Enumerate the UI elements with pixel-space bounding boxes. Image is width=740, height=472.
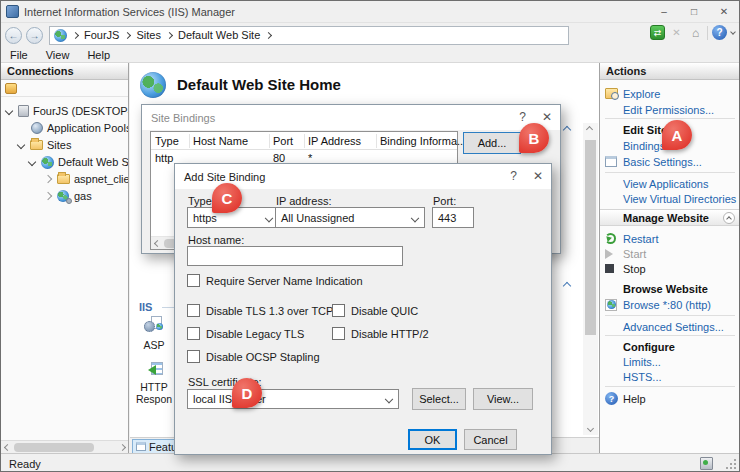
tree-label-default-web-site[interactable]: Default Web Site (58, 156, 129, 168)
disable-ocsp-checkbox[interactable] (187, 350, 200, 363)
host-name-input[interactable] (187, 246, 403, 266)
tree-item-sites[interactable]: Sites (18, 137, 71, 153)
col-host-name[interactable]: Host Name (193, 135, 248, 147)
save-connections-icon[interactable] (5, 83, 17, 94)
action-stop-label[interactable]: Stop (623, 263, 646, 275)
disable-ocsp-label[interactable]: Disable OCSP Stapling (206, 351, 320, 363)
asp-feature-icon[interactable] (144, 316, 162, 332)
action-basic-settings-label[interactable]: Basic Settings... (623, 156, 702, 168)
tree-label-application-pools[interactable]: Application Pools (47, 122, 129, 134)
dialog-close-icon[interactable]: ✕ (533, 169, 543, 183)
http-response-label-line1[interactable]: HTTP (132, 381, 176, 393)
disable-legacy-tls-checkbox[interactable] (187, 327, 200, 340)
action-stop[interactable]: Stop (600, 261, 740, 276)
scrollbar-thumb[interactable] (585, 140, 596, 335)
expander-closed-icon[interactable] (44, 175, 52, 183)
action-view-virtual-directories[interactable]: View Virtual Directories (600, 191, 740, 206)
expander-closed-icon[interactable] (44, 192, 52, 200)
require-sni-label[interactable]: Require Server Name Indication (206, 275, 363, 287)
group-collapse-icon[interactable] (563, 282, 571, 290)
action-limits[interactable]: Limits... (600, 354, 740, 369)
disable-quic-label[interactable]: Disable QUIC (351, 305, 418, 317)
action-hsts[interactable]: HSTS... (600, 369, 740, 384)
close-button[interactable]: ✕ (709, 1, 739, 22)
action-help-label[interactable]: Help (623, 393, 646, 405)
action-browse-80-label[interactable]: Browse *:80 (http) (623, 299, 711, 311)
action-restart-label[interactable]: Restart (623, 233, 658, 245)
connections-horizontal-scrollbar[interactable] (1, 440, 129, 453)
toolbar-help-dropdown-icon[interactable] (730, 29, 736, 35)
tree-item-aspnet-client[interactable]: aspnet_client (45, 171, 129, 187)
tree-label-gas[interactable]: gas (74, 190, 92, 202)
main-vertical-scrollbar[interactable] (583, 123, 598, 435)
port-input[interactable]: 443 (432, 207, 474, 228)
action-limits-label[interactable]: Limits... (623, 356, 661, 368)
col-port[interactable]: Port (273, 135, 293, 147)
tree-item-application-pools[interactable]: Application Pools (31, 120, 129, 136)
scroll-up-icon[interactable] (586, 126, 593, 133)
group-collapse-icon[interactable] (563, 126, 571, 134)
toolbar-help-icon[interactable]: ? (712, 25, 727, 40)
disable-legacy-tls-label[interactable]: Disable Legacy TLS (206, 328, 304, 340)
action-advanced-settings[interactable]: Advanced Settings... (600, 319, 740, 334)
forward-icon[interactable]: → (26, 27, 43, 44)
scroll-down-icon[interactable] (587, 425, 594, 432)
action-explore-label[interactable]: Explore (623, 88, 660, 100)
scrollbar-thumb[interactable] (14, 443, 94, 452)
action-hsts-label[interactable]: HSTS... (623, 371, 662, 383)
tree-label-sites[interactable]: Sites (47, 139, 71, 151)
menu-view[interactable]: View (37, 49, 79, 61)
tree-item-server[interactable]: FourJS (DESKTOP-C4BST (6, 103, 129, 119)
toolbar-refresh-icon[interactable]: ⇄ (650, 25, 665, 40)
toolbar-home-icon[interactable]: ⌂ (688, 26, 703, 40)
view-certificate-button[interactable]: View... (473, 388, 533, 410)
action-help[interactable]: ? Help (600, 391, 740, 406)
tree-item-default-web-site[interactable]: Default Web Site (29, 154, 129, 170)
action-view-virtual-directories-label[interactable]: View Virtual Directories (623, 193, 736, 205)
breadcrumb-item-default-web-site[interactable]: Default Web Site (178, 29, 260, 41)
http-response-headers-icon[interactable] (143, 361, 163, 377)
scroll-right-icon[interactable] (119, 444, 126, 451)
add-binding-button[interactable]: Add... (463, 132, 521, 154)
collapse-section-icon[interactable] (723, 212, 735, 224)
maximize-button[interactable]: □ (679, 1, 709, 22)
action-explore[interactable]: Explore (600, 86, 740, 101)
minimize-button[interactable]: – (649, 1, 679, 22)
action-basic-settings[interactable]: Basic Settings... (600, 154, 740, 169)
disable-http2-label[interactable]: Disable HTTP/2 (351, 328, 429, 340)
ssl-certificate-select[interactable]: local IIS server (187, 389, 399, 409)
disable-tls13-checkbox[interactable] (187, 304, 200, 317)
disable-http2-checkbox[interactable] (332, 327, 345, 340)
expander-open-icon[interactable] (17, 141, 25, 149)
asp-feature-label[interactable]: ASP (136, 339, 172, 351)
cancel-button[interactable]: Cancel (464, 429, 517, 450)
ok-button[interactable]: OK (408, 429, 457, 450)
action-view-applications[interactable]: View Applications (600, 176, 740, 191)
tree-label-server[interactable]: FourJS (DESKTOP-C4BST (33, 105, 129, 117)
menu-file[interactable]: File (1, 49, 37, 61)
dialog-help-icon[interactable]: ? (519, 110, 526, 124)
http-response-label-line2[interactable]: Respon (132, 393, 176, 405)
dialog-close-icon[interactable]: ✕ (542, 110, 552, 124)
col-binding-info[interactable]: Binding Informa... (380, 135, 466, 147)
disable-quic-checkbox[interactable] (332, 304, 345, 317)
scroll-left-icon[interactable] (4, 444, 11, 451)
breadcrumb-item-sites[interactable]: Sites (136, 29, 160, 41)
resize-grip[interactable] (725, 459, 736, 470)
action-advanced-settings-label[interactable]: Advanced Settings... (623, 321, 724, 333)
breadcrumb-item-server[interactable]: FourJS (84, 29, 119, 41)
menu-help[interactable]: Help (78, 49, 119, 61)
tree-label-aspnet-client[interactable]: aspnet_client (74, 173, 129, 185)
scroll-left-icon[interactable] (154, 240, 161, 247)
dialog-help-icon[interactable]: ? (510, 169, 517, 183)
col-type[interactable]: Type (155, 135, 179, 147)
col-ip-address[interactable]: IP Address (308, 135, 361, 147)
action-edit-permissions[interactable]: Edit Permissions... (600, 102, 740, 117)
action-browse-80[interactable]: Browse *:80 (http) (600, 297, 740, 312)
ip-address-select[interactable]: All Unassigned (275, 207, 425, 228)
disable-tls13-label[interactable]: Disable TLS 1.3 over TCP (206, 305, 333, 317)
require-sni-checkbox[interactable] (187, 274, 200, 287)
expander-open-icon[interactable] (28, 158, 36, 166)
action-view-applications-label[interactable]: View Applications (623, 178, 708, 190)
expander-open-icon[interactable] (5, 107, 13, 115)
